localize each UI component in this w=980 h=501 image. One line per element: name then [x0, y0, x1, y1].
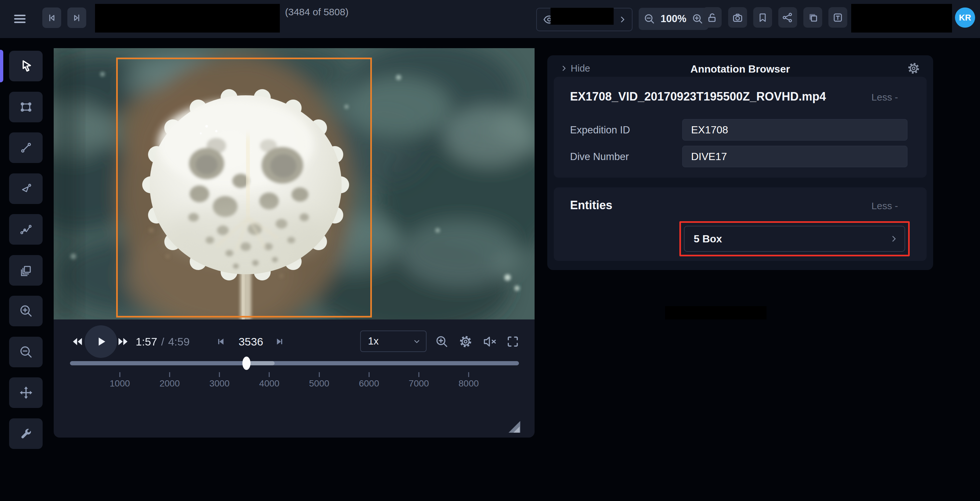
user-avatar[interactable]: KR [955, 8, 975, 28]
chevron-down-icon [412, 337, 422, 346]
video-filename: EX1708_VID_20170923T195500Z_ROVHD.mp4 [570, 90, 826, 103]
layers-icon [18, 262, 34, 278]
entities-title: Entities [570, 199, 612, 212]
playback-speed-select[interactable]: 1x [360, 331, 426, 352]
line-icon [18, 140, 34, 156]
share-icon [781, 11, 794, 24]
tick-label: 2000 [159, 379, 180, 389]
tick-label: 6000 [359, 379, 379, 389]
next-frame-icon [272, 335, 285, 348]
magnify-button[interactable] [433, 333, 450, 350]
entity-box-group-button[interactable]: 5 Box [684, 226, 905, 252]
entity-box-group-label: 5 Box [694, 233, 722, 245]
share-button[interactable] [778, 7, 797, 28]
snapshot-button[interactable] [728, 7, 747, 28]
previous-frame-icon [215, 335, 228, 348]
sidebar-tool-wrench[interactable] [9, 418, 43, 449]
mute-button[interactable] [481, 333, 499, 350]
dive-number-label: Dive Number [570, 151, 629, 163]
sidebar-tool-polyline[interactable] [9, 214, 43, 245]
tick-label: 5000 [309, 379, 329, 389]
next-frame-button[interactable] [271, 334, 286, 349]
fast-forward-icon [116, 334, 130, 349]
timeline-handle[interactable] [242, 356, 251, 370]
tick-label: 4000 [259, 379, 280, 389]
previous-frame-button[interactable] [214, 334, 229, 349]
fast-forward-button[interactable] [113, 334, 133, 349]
camera-icon [731, 11, 744, 24]
play-button[interactable] [84, 325, 117, 358]
player-settings-button[interactable] [457, 333, 474, 350]
timeline-buffer [246, 361, 275, 365]
zoom-control: 100% [639, 8, 708, 30]
video-canvas[interactable] [54, 48, 535, 320]
zoom-in-icon [18, 303, 34, 319]
file-card: EX1708_VID_20170923T195500Z_ROVHD.mp4 Le… [554, 77, 927, 178]
time-current: 1:57 [136, 336, 157, 348]
rewind-button[interactable] [68, 334, 87, 349]
fullscreen-button[interactable] [504, 333, 521, 350]
time-total: 4:59 [168, 336, 190, 348]
video-player: 1:57 / 4:59 3536 1x [54, 48, 535, 437]
cursor-icon [19, 59, 33, 73]
speaker-muted-icon [482, 334, 498, 349]
file-card-toggle[interactable]: Less - [871, 92, 898, 103]
redaction-box [665, 306, 767, 320]
expedition-id-label: Expedition ID [570, 124, 630, 136]
polygon-point-icon [18, 181, 34, 197]
move-icon [18, 385, 34, 401]
wrench-icon [19, 426, 33, 441]
copies-icon [806, 11, 819, 24]
menu-icon[interactable] [12, 11, 27, 27]
top-bar: (3484 of 5808) 100% KR [0, 0, 980, 38]
copies-button[interactable] [803, 7, 822, 28]
text-box-icon [832, 11, 844, 24]
panel-settings-button[interactable] [906, 60, 921, 76]
lock-button[interactable] [703, 7, 722, 28]
dive-number-field[interactable] [682, 146, 907, 167]
zoom-in-icon[interactable] [691, 13, 704, 25]
rewind-icon [70, 334, 84, 349]
entities-card-toggle[interactable]: Less - [871, 200, 898, 212]
expedition-id-field[interactable] [682, 119, 907, 140]
tick-label: 3000 [209, 379, 229, 389]
visibility-dropdown[interactable] [536, 8, 633, 31]
sidebar-tool-select[interactable] [9, 51, 43, 81]
polyline-icon [18, 221, 34, 237]
sidebar-tool-pan[interactable] [9, 377, 43, 408]
time-separator: / [161, 336, 164, 348]
sidebar-tool-bounding-box[interactable] [9, 92, 43, 122]
gear-icon [458, 334, 473, 349]
bookmark-button[interactable] [753, 7, 772, 28]
skip-next-icon [71, 12, 83, 24]
zoom-level: 100% [660, 13, 686, 25]
frame-counter: (3484 of 5808) [285, 6, 348, 17]
sidebar-tool-zoom-out[interactable] [9, 337, 43, 367]
skip-next-button[interactable] [67, 8, 86, 28]
frame-ticks: 1000 2000 3000 4000 5000 6000 7000 8000 [70, 372, 519, 395]
skip-previous-button[interactable] [42, 8, 61, 28]
sidebar-tool-line[interactable] [9, 132, 43, 163]
timeline-slider[interactable] [70, 361, 519, 365]
redaction-box [851, 4, 952, 33]
skip-previous-icon [46, 12, 57, 24]
sidebar-tool-layers[interactable] [9, 255, 43, 286]
zoom-out-icon[interactable] [643, 13, 655, 25]
lock-open-icon [706, 11, 718, 24]
gear-icon [907, 61, 921, 75]
tick-label: 7000 [409, 379, 429, 389]
play-icon [93, 334, 108, 349]
bounding-box-icon [18, 99, 34, 115]
tick-label: 1000 [110, 379, 130, 389]
bookmark-icon [756, 11, 769, 24]
text-overlay-button[interactable] [828, 7, 847, 28]
zoom-in-icon [434, 334, 449, 349]
panel-title: Annotation Browser [547, 63, 933, 75]
tick-label: 8000 [458, 379, 479, 389]
sidebar-tool-zoom-in[interactable] [9, 296, 43, 326]
bounding-box-annotation[interactable] [116, 57, 372, 318]
frame-number: 3536 [232, 334, 270, 349]
chevron-right-icon [617, 14, 627, 24]
sidebar-tool-polygon-point[interactable] [9, 173, 43, 204]
fullscreen-icon [506, 334, 520, 349]
